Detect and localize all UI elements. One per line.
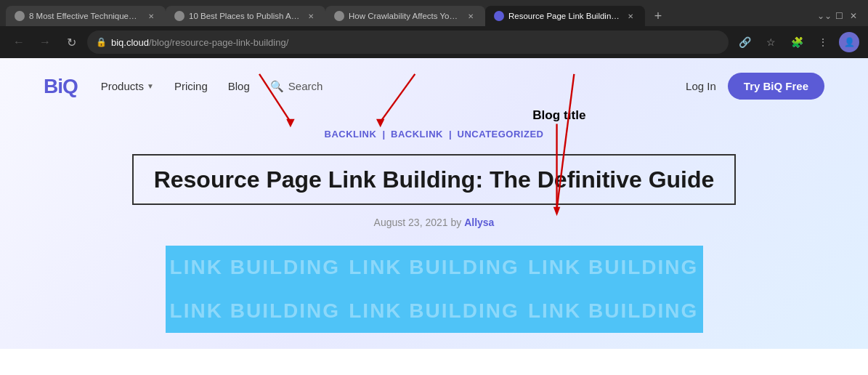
tab-2[interactable]: 10 Best Places to Publish Articles... ✕ <box>166 6 325 26</box>
hero-text-1: LINK BUILDING <box>170 256 340 279</box>
nav-links: Products ▼ Pricing Blog 🔍 Search <box>101 80 662 93</box>
nav-products[interactable]: Products ▼ <box>101 80 154 92</box>
page-wrapper: 8 Most Effective Techniques to f... ✕ 10… <box>0 0 868 349</box>
nav-pricing-label: Pricing <box>174 80 208 92</box>
category-backlink-1[interactable]: BACKLINK <box>325 129 377 140</box>
tab-3-close[interactable]: ✕ <box>465 10 476 22</box>
tab-2-favicon <box>174 11 184 21</box>
tab-4-favicon <box>494 11 504 21</box>
share-icon[interactable]: 🔗 <box>734 32 755 52</box>
extensions-icon[interactable]: 🧩 <box>787 32 807 52</box>
address-bar: ← → ↻ 🔒 biq.cloud/blog/resource-page-lin… <box>0 26 868 58</box>
forward-button[interactable]: → <box>35 32 55 52</box>
site-content: BiQ Products ▼ Pricing Blog 🔍 Search <box>0 58 868 349</box>
nav-actions: Log In Try BiQ Free <box>686 73 824 100</box>
restore-button[interactable]: ☐ <box>833 10 845 22</box>
login-button[interactable]: Log In <box>686 80 716 92</box>
tab-1-favicon <box>15 11 25 21</box>
category-sep-1: | <box>382 129 385 140</box>
tab-4-close[interactable]: ✕ <box>625 10 636 22</box>
blog-by: by <box>450 217 464 228</box>
tab-4[interactable]: Resource Page Link Building: The... ✕ <box>485 6 645 26</box>
tab-1[interactable]: 8 Most Effective Techniques to f... ✕ <box>6 6 166 26</box>
blog-date: August 23, 2021 <box>374 217 448 228</box>
toolbar-icons: 🔗 ☆ 🧩 ⋮ 👤 <box>734 32 859 52</box>
blog-content: BACKLINK | BACKLINK | UNCATEGORIZED Reso… <box>0 114 868 333</box>
hero-text-4: LINK BUILDING <box>170 299 340 323</box>
products-chevron-icon: ▼ <box>147 82 154 90</box>
blog-meta: August 23, 2021 by Allysa <box>44 217 824 228</box>
tab-bar: 8 Most Effective Techniques to f... ✕ 10… <box>0 0 868 26</box>
hero-text-3: LINK BUILDING <box>528 256 698 279</box>
tab-3[interactable]: How Crawlability Affects Your SE... ✕ <box>325 6 485 26</box>
nav-pricing[interactable]: Pricing <box>174 80 208 92</box>
menu-icon[interactable]: ⋮ <box>813 32 833 52</box>
tab-4-title: Resource Page Link Building: The... <box>508 12 620 20</box>
browser-chrome: 8 Most Effective Techniques to f... ✕ 10… <box>0 0 868 58</box>
try-free-button[interactable]: Try BiQ Free <box>728 73 824 100</box>
hero-text-5: LINK BUILDING <box>349 299 519 323</box>
nav-search-label: Search <box>288 80 323 92</box>
back-button[interactable]: ← <box>9 32 29 52</box>
hero-text-6: LINK BUILDING <box>528 299 698 323</box>
nav-blog[interactable]: Blog <box>228 80 250 92</box>
tab-2-close[interactable]: ✕ <box>305 10 317 22</box>
search-icon: 🔍 <box>270 80 284 93</box>
category-backlink-2[interactable]: BACKLINK <box>391 129 443 140</box>
close-window-button[interactable]: ✕ <box>848 10 859 22</box>
lock-icon: 🔒 <box>96 37 107 47</box>
address-domain: biq.cloud <box>111 37 149 48</box>
tab-3-title: How Crawlability Affects Your SE... <box>349 12 461 20</box>
blog-author: Allysa <box>464 217 494 228</box>
minimize-button[interactable]: ⌄⌄ <box>819 10 830 22</box>
tab-1-title: 8 Most Effective Techniques to f... <box>29 12 141 20</box>
address-input[interactable]: 🔒 biq.cloud/blog/resource-page-link-buil… <box>87 31 729 54</box>
nav-search[interactable]: 🔍 Search <box>270 80 323 93</box>
blog-title: Resource Page Link Building: The Definit… <box>154 166 715 193</box>
nav-products-label: Products <box>101 80 144 92</box>
nav-blog-label: Blog <box>228 80 250 92</box>
blog-title-box: Resource Page Link Building: The Definit… <box>132 154 737 205</box>
tab-1-close[interactable]: ✕ <box>145 10 157 22</box>
tab-2-title: 10 Best Places to Publish Articles... <box>189 12 301 20</box>
profile-avatar[interactable]: 👤 <box>839 32 859 52</box>
hero-text-grid: LINK BUILDING LINK BUILDING LINK BUILDIN… <box>166 246 703 333</box>
hero-text-2: LINK BUILDING <box>349 256 519 279</box>
category-uncategorized[interactable]: UNCATEGORIZED <box>458 129 544 140</box>
category-sep-2: | <box>449 129 452 140</box>
annotation-area: BiQ Products ▼ Pricing Blog 🔍 Search <box>0 58 868 349</box>
blog-categories: BACKLINK | BACKLINK | UNCATEGORIZED <box>44 129 824 140</box>
tab-3-favicon <box>334 11 344 21</box>
hero-image: LINK BUILDING LINK BUILDING LINK BUILDIN… <box>166 246 703 333</box>
tab-controls: ⌄⌄ ☐ ✕ <box>819 10 862 22</box>
new-tab-button[interactable]: + <box>648 6 668 26</box>
site-nav: BiQ Products ▼ Pricing Blog 🔍 Search <box>0 58 868 114</box>
address-text: biq.cloud/blog/resource-page-link-buildi… <box>111 37 720 48</box>
address-path: /blog/resource-page-link-building/ <box>149 37 288 48</box>
bookmark-icon[interactable]: ☆ <box>760 32 781 52</box>
reload-button[interactable]: ↻ <box>61 32 81 52</box>
site-logo[interactable]: BiQ <box>44 75 78 98</box>
